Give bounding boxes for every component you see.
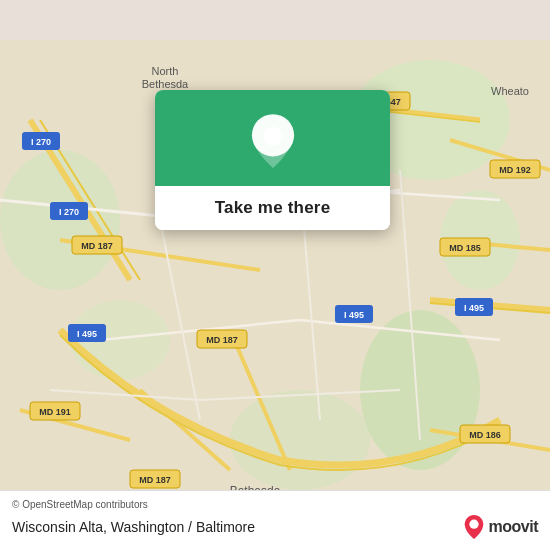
map-container: I 270 I 270 MD 547 MD 192 MD 185 MD 187 … xyxy=(0,0,550,550)
svg-text:I 270: I 270 xyxy=(59,207,79,217)
location-pin-icon xyxy=(249,118,297,166)
svg-text:MD 187: MD 187 xyxy=(206,335,238,345)
svg-text:I 495: I 495 xyxy=(464,303,484,313)
svg-text:MD 187: MD 187 xyxy=(139,475,171,485)
location-info: Wisconsin Alta, Washington / Baltimore m… xyxy=(12,514,538,540)
svg-text:North: North xyxy=(152,65,179,77)
svg-text:Wheato: Wheato xyxy=(491,85,529,97)
svg-text:MD 185: MD 185 xyxy=(449,243,481,253)
osm-attribution: © OpenStreetMap contributors xyxy=(12,499,538,510)
osm-text: © OpenStreetMap contributors xyxy=(12,499,148,510)
bottom-bar: © OpenStreetMap contributors Wisconsin A… xyxy=(0,490,550,550)
popup-card: Take me there xyxy=(155,90,390,230)
svg-text:I 495: I 495 xyxy=(77,329,97,339)
moovit-pin-icon xyxy=(463,514,485,540)
map-svg: I 270 I 270 MD 547 MD 192 MD 185 MD 187 … xyxy=(0,0,550,550)
svg-text:MD 191: MD 191 xyxy=(39,407,71,417)
moovit-text: moovit xyxy=(489,518,538,536)
svg-point-3 xyxy=(360,310,480,470)
popup-button-area[interactable]: Take me there xyxy=(155,186,390,230)
moovit-logo: moovit xyxy=(463,514,538,540)
svg-text:I 495: I 495 xyxy=(344,310,364,320)
svg-text:I 270: I 270 xyxy=(31,137,51,147)
svg-text:MD 192: MD 192 xyxy=(499,165,531,175)
svg-point-6 xyxy=(230,390,370,490)
svg-point-62 xyxy=(263,127,282,146)
svg-text:MD 186: MD 186 xyxy=(469,430,501,440)
svg-text:Bethesda: Bethesda xyxy=(142,78,189,90)
popup-header xyxy=(155,90,390,186)
take-me-there-button[interactable]: Take me there xyxy=(215,198,331,218)
location-name: Wisconsin Alta, Washington / Baltimore xyxy=(12,519,255,535)
svg-point-63 xyxy=(469,520,478,529)
svg-text:MD 187: MD 187 xyxy=(81,241,113,251)
